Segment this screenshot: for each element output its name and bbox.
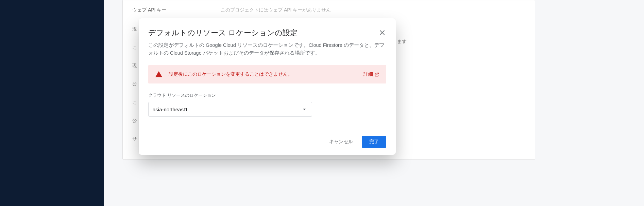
location-field-label: クラウド リソースのロケーション (148, 92, 386, 98)
cancel-button[interactable]: キャンセル (324, 136, 358, 148)
warning-banner: 設定後にこのロケーションを変更することはできません。 詳細 (148, 65, 386, 83)
warning-text: 設定後にこのロケーションを変更することはできません。 (169, 71, 357, 77)
external-link-icon (374, 72, 379, 77)
learn-more-link[interactable]: 詳細 (363, 71, 379, 77)
close-button[interactable] (376, 26, 388, 39)
chevron-down-icon (301, 106, 308, 113)
modal-overlay: デフォルトのリソース ロケーションの設定 この設定がデフォルトの Google … (0, 0, 644, 206)
learn-more-label: 詳細 (363, 71, 373, 77)
location-select[interactable]: asia-northeast1 (148, 102, 312, 117)
done-button[interactable]: 完了 (362, 136, 386, 148)
dialog-description: この設定がデフォルトの Google Cloud リソースのロケーションです。C… (148, 41, 386, 57)
location-select-value: asia-northeast1 (153, 107, 188, 112)
resource-location-dialog: デフォルトのリソース ロケーションの設定 この設定がデフォルトの Google … (139, 18, 396, 155)
warning-icon (155, 71, 163, 78)
dialog-title: デフォルトのリソース ロケーションの設定 (148, 28, 376, 38)
close-icon (378, 29, 386, 36)
